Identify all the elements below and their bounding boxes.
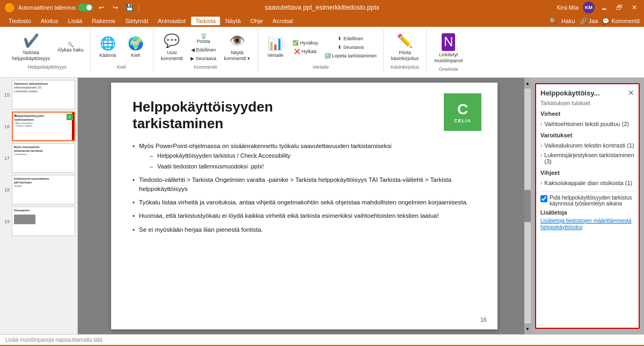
compare-icon: 📊 xyxy=(267,36,283,51)
hide-ink-btn[interactable]: ✏️ Piiotakäsinkirjoitus xyxy=(388,31,422,63)
title-bar-right: Kirsi Miia KM 🗕 🗗 ✕ xyxy=(557,2,640,13)
thumbnail-item-18[interactable]: 18 Esityksestä saavutettavapdf tarvitaan… xyxy=(2,175,75,204)
minimize-btn[interactable]: 🗕 xyxy=(599,2,610,13)
thumb-content-16: Helppokäyttöisyydentarkistaminen • Myös … xyxy=(13,113,74,129)
document-title: saavutettava ppt_esimerkkitiedosto.pptx xyxy=(265,4,379,11)
show-comments-icon: 👁️ xyxy=(229,33,245,49)
prev-comment-btn[interactable]: ◀ Edellinen xyxy=(188,46,218,54)
restore-btn[interactable]: 🗗 xyxy=(614,2,625,13)
close-btn[interactable]: ✕ xyxy=(629,2,640,13)
sub-bullet-1-2: Vaatii tiedoston tallennusmuodoksi .pptx… xyxy=(150,162,476,171)
language-btn[interactable]: 🌍 Kieli xyxy=(123,34,149,61)
thumbnail-item-15[interactable]: 15 Opintose tarkasteluun hakemistojärjes… xyxy=(2,80,75,109)
thumbnail-item-17[interactable]: 17 Myös manuaalistatarkastusta tarvitaan… xyxy=(2,143,75,173)
comments-group-label: Kommentit xyxy=(194,63,217,70)
menu-rakenne[interactable]: Rakenne xyxy=(87,17,120,25)
thumb-num-15: 15 xyxy=(2,92,10,98)
end-review-btn[interactable]: 🔚 Lopeta tarkistaminen xyxy=(323,52,379,60)
show-comments-btn[interactable]: 👁️ Näytäkommentti ▾ xyxy=(221,31,253,63)
thumb-content-19: Kiasapiano xyxy=(12,207,75,226)
ribbon-content: ✔️ Tarkistahelppokäyttöisyys 🔍 Älykas ha… xyxy=(0,29,644,72)
menu-nayta[interactable]: Näytä xyxy=(221,17,245,25)
onenote-buttons: N Linkitetytmuistiinpanot xyxy=(431,31,466,65)
thumbnail-item-16[interactable]: 16 Helppokäyttöisyydentarkistaminen • My… xyxy=(2,112,75,141)
more-info-link[interactable]: Lisätietoja tiedostojen määrittämisestä … xyxy=(540,218,632,230)
accessibility-group-label: Helppokäyttöisyys xyxy=(28,63,67,70)
speaker-notes[interactable]: Lisää muistiinpanoja napsauttamalla tätä xyxy=(0,334,644,345)
section-hints: Vihjeet xyxy=(540,170,634,176)
ribbon-group-onenote: N Linkitetytmuistiinpanot OneNote xyxy=(427,29,470,72)
thumb-num-19: 19 xyxy=(2,219,10,224)
language-buttons: 🌐 Käännä 🌍 Kieli xyxy=(95,31,149,63)
hint-item-1[interactable]: › Kaksoiskappale dian otsikosta (1) xyxy=(540,178,634,188)
smart-lookup-btn[interactable]: 🔍 Älykas haku xyxy=(55,41,86,54)
autosave-toggle[interactable] xyxy=(78,4,93,11)
menu-acrobat[interactable]: Acrobat xyxy=(268,17,297,25)
menu-lisaa[interactable]: Lisää xyxy=(64,17,86,25)
reject-btn[interactable]: ❌ Hylkää xyxy=(290,48,320,55)
check-accessibility-label: Tarkistahelppokäyttöisyys xyxy=(12,50,50,62)
thumbnail-item-19[interactable]: 19 Kiasapiano xyxy=(2,207,75,236)
check-accessibility-icon: ✔️ xyxy=(23,33,39,49)
prev-change-btn[interactable]: ⬆ Edellinen xyxy=(323,35,379,42)
logo-text: CELIA xyxy=(454,118,471,123)
share-btn[interactable]: 🔗 Jaa xyxy=(580,18,598,25)
delete-comment-btn[interactable]: 🗑️ Poista xyxy=(188,32,218,45)
menu-tarkista[interactable]: Tarkista xyxy=(191,17,220,25)
translate-btn[interactable]: 🌐 Käännä xyxy=(95,34,121,61)
compare-btn[interactable]: 📊 Vertaile xyxy=(262,34,288,61)
comments-btn[interactable]: 💬 Kommentit xyxy=(602,18,640,25)
slide-body: Myös PowerPoint-ohjelmassa on sisäänrake… xyxy=(133,142,476,234)
save-btn[interactable]: 💾 xyxy=(124,2,135,13)
menu-ohje[interactable]: Ohje xyxy=(246,17,267,25)
slide-page-number: 16 xyxy=(480,316,487,323)
bullet-3: Työkalu listaa virheitä ja varoituksia, … xyxy=(133,198,476,207)
thumb-slide-19[interactable]: Kiasapiano xyxy=(12,207,75,236)
accessibility-panel: Helppokäyttöisy... ✕ Tarkistuksen tuloks… xyxy=(535,83,640,329)
menu-aloitus[interactable]: Aloitus xyxy=(36,17,63,25)
search-label: Haku xyxy=(561,18,575,24)
new-comment-btn[interactable]: 💬 Uusikommentti xyxy=(158,31,187,63)
thumb-content-17: Myös manuaalistatarkastusta tarvitaan Lu… xyxy=(12,144,75,158)
user-initials: KM xyxy=(585,5,592,10)
vertical-scrollbar[interactable]: ▲ ▼ xyxy=(524,78,531,334)
keep-running-checkbox[interactable] xyxy=(540,195,547,202)
comment-buttons: 💬 Uusikommentti 🗑️ Poista ◀ Edellinen ▶ … xyxy=(158,31,254,63)
compare-buttons: 📊 Vertaile ✅ Hyväksy ❌ Hylkää ⬆ Edelline… xyxy=(262,31,379,63)
delete-icon: 🗑️ xyxy=(201,33,207,39)
chevron-icon-3: › xyxy=(540,152,542,158)
check-accessibility-btn[interactable]: ✔️ Tarkistahelppokäyttöisyys xyxy=(9,31,53,63)
error-item-1[interactable]: › Vaihtoehtoinen teksti puuttuu (2) xyxy=(540,119,634,129)
ribbon-group-ink: ✏️ Piiotakäsinkirjoitus Käsinkirjoitus xyxy=(384,29,427,72)
comment-small-btns: 🗑️ Poista ◀ Edellinen ▶ Seuraava xyxy=(188,32,218,62)
menu-animaatiot[interactable]: Animaatiot xyxy=(153,17,190,25)
app-logo: 🟠 xyxy=(4,3,15,13)
keep-running-label: Pidä helppokäyttöisyyden tarkistus käynn… xyxy=(550,195,634,207)
next-change-btn[interactable]: ⬇ Seuraava xyxy=(323,43,379,51)
thumb-slide-15[interactable]: Opintose tarkasteluun hakemistojärjestel… xyxy=(12,80,75,109)
user-avatar[interactable]: KM xyxy=(583,2,595,13)
warning-item-1[interactable]: › Vaikealukunen tekstin kontrasti (1) xyxy=(540,141,634,150)
language-icon: 🌍 xyxy=(128,36,144,51)
ribbon-group-accessibility: ✔️ Tarkistahelppokäyttöisyys 🔍 Älykas ha… xyxy=(4,29,91,72)
panel-close-btn[interactable]: ✕ xyxy=(628,89,634,97)
thumb-slide-17[interactable]: Myös manuaalistatarkastusta tarvitaan Lu… xyxy=(12,143,75,173)
thumb-slide-16[interactable]: Helppokäyttöisyydentarkistaminen • Myös … xyxy=(12,112,75,141)
menu-siirtymat[interactable]: Siirtymät xyxy=(121,17,152,25)
show-comments-label: Näytäkommentti ▾ xyxy=(224,50,250,62)
menu-tiedosto[interactable]: Tiedosto xyxy=(4,17,35,25)
undo-btn[interactable]: ↩ xyxy=(96,2,107,13)
next-comment-btn[interactable]: ▶ Seuraava xyxy=(188,55,218,62)
linked-notes-btn[interactable]: N Linkitetytmuistiinpanot xyxy=(431,31,466,65)
linked-notes-label: Linkitetytmuistiinpanot xyxy=(434,52,463,64)
accessibility-buttons: ✔️ Tarkistahelppokäyttöisyys 🔍 Älykas ha… xyxy=(9,31,86,63)
chevron-icon-1: › xyxy=(540,121,542,127)
thumb-slide-18[interactable]: Esityksestä saavutettavapdf tarvitaan Si… xyxy=(12,175,75,204)
more-info-label: Lisätietoja xyxy=(540,210,634,216)
accept-btn[interactable]: ✅ Hyväksy xyxy=(290,39,320,47)
chevron-icon-2: › xyxy=(540,143,542,149)
redo-btn[interactable]: ↪ xyxy=(110,2,121,13)
menu-bar: Tiedosto Aloitus Lisää Rakenne Siirtymät… xyxy=(0,15,644,27)
warning-item-2[interactable]: › Lukemisjärjestyksen tarkistaminen (3) xyxy=(540,150,634,166)
prev-icon: ◀ Edellinen xyxy=(191,47,216,53)
